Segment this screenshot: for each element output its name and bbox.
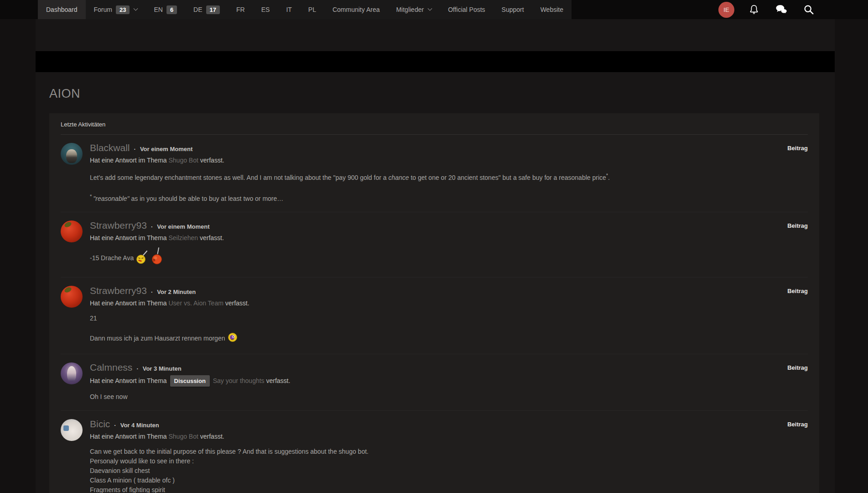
avatar[interactable] bbox=[61, 419, 83, 441]
nav-item-mitglieder[interactable]: Mitglieder bbox=[388, 0, 440, 19]
panel-header: Letzte Aktivitäten bbox=[61, 113, 808, 135]
action-line: Hat eine Antwort im Thema Discussion Say… bbox=[90, 375, 767, 387]
post-snippet: -15 Drache Ava bbox=[90, 248, 767, 268]
activity-item: Strawberry93 · Vor 2 Minuten Hat eine An… bbox=[61, 278, 808, 354]
post-type-link[interactable]: Beitrag bbox=[767, 361, 808, 371]
post-snippet: Oh I see now bbox=[90, 392, 767, 402]
nav-label: Website bbox=[541, 6, 563, 13]
snippet-text: . bbox=[608, 174, 610, 181]
snippet-line: Class A minion ( tradable ofc ) bbox=[90, 476, 767, 485]
timestamp: Vor einem Moment bbox=[140, 143, 192, 155]
action-suffix: verfasst. bbox=[200, 157, 224, 164]
action-prefix: Hat eine Antwort im Thema bbox=[90, 234, 167, 241]
nav-item-it[interactable]: IT bbox=[278, 0, 300, 19]
meta-separator: · bbox=[151, 220, 153, 233]
de-count-badge: 17 bbox=[206, 5, 220, 14]
sword-smiley-emoji bbox=[136, 248, 149, 267]
snippet-text: -15 Drache Ava bbox=[90, 254, 134, 262]
avatar[interactable] bbox=[61, 143, 83, 165]
nav-label: Forum bbox=[94, 6, 112, 13]
search-icon[interactable] bbox=[801, 2, 816, 17]
action-prefix: Hat eine Antwort im Thema bbox=[90, 433, 167, 440]
nav-item-en[interactable]: EN 6 bbox=[146, 0, 185, 19]
meta-separator: · bbox=[134, 143, 136, 155]
username-link[interactable]: Strawberry93 bbox=[90, 219, 147, 231]
post-type-link[interactable]: Beitrag bbox=[767, 418, 808, 428]
post-snippet: 21 Dann muss ich ja zum Hausarzt rennen … bbox=[90, 314, 767, 345]
timestamp: Vor 2 Minuten bbox=[157, 286, 196, 298]
header-banner bbox=[36, 51, 835, 72]
dizzy-smiley-emoji bbox=[228, 332, 238, 345]
page-title: AION bbox=[49, 87, 821, 100]
nav-label: IT bbox=[286, 6, 291, 13]
nav-item-forum[interactable]: Forum 23 bbox=[86, 0, 146, 19]
nav-item-official-posts[interactable]: Official Posts bbox=[440, 0, 493, 19]
nav-label: FR bbox=[236, 6, 245, 13]
snippet-text: Let's add some legendary enchantment sto… bbox=[90, 174, 388, 181]
nav-label: Mitglieder bbox=[396, 6, 424, 13]
nav-item-support[interactable]: Support bbox=[494, 0, 532, 19]
timestamp: Vor 4 Minuten bbox=[120, 419, 159, 431]
avatar[interactable] bbox=[61, 362, 83, 384]
topic-link[interactable]: Shugo Bot bbox=[169, 433, 198, 440]
topic-link[interactable]: Say your thoughts bbox=[213, 377, 265, 384]
chevron-down-icon bbox=[428, 6, 432, 10]
username-link[interactable]: Bicic bbox=[90, 418, 110, 430]
topic-link[interactable]: User vs. Aion Team bbox=[169, 299, 223, 307]
action-prefix: Hat eine Antwort im Thema bbox=[90, 299, 167, 307]
notifications-bell-icon[interactable] bbox=[746, 2, 762, 17]
needle-balloon-smiley-emoji bbox=[151, 247, 164, 267]
username-link[interactable]: Strawberry93 bbox=[90, 284, 147, 297]
en-count-badge: 6 bbox=[166, 5, 177, 14]
nav-label: PL bbox=[308, 6, 316, 13]
user-menu-avatar[interactable]: IE bbox=[718, 2, 734, 18]
topic-prefix-badge[interactable]: Discussion bbox=[170, 375, 210, 387]
nav-item-pl[interactable]: PL bbox=[300, 0, 324, 19]
post-type-link[interactable]: Beitrag bbox=[767, 142, 808, 152]
snippet-line: Can we get back to the initial purpose o… bbox=[90, 447, 767, 456]
conversations-chat-icon[interactable] bbox=[774, 2, 789, 17]
timestamp: Vor einem Moment bbox=[157, 220, 209, 233]
main-menu: Dashboard Forum 23 EN 6 DE 17 FR ES IT P… bbox=[38, 0, 572, 19]
activity-content: Strawberry93 · Vor einem Moment Hat eine… bbox=[90, 219, 767, 268]
chevron-down-icon bbox=[134, 6, 138, 10]
activity-content: Bicic · Vor 4 Minuten Hat eine Antwort i… bbox=[90, 418, 767, 493]
post-snippet: Let's add some legendary enchantment sto… bbox=[90, 171, 767, 203]
nav-user-controls: IE bbox=[718, 0, 816, 19]
meta-separator: · bbox=[114, 419, 116, 431]
topic-link[interactable]: Seilziehen bbox=[169, 234, 198, 241]
post-snippet: Can we get back to the initial purpose o… bbox=[90, 447, 767, 493]
page-container: AION Letzte Aktivitäten Blackwall · Vor … bbox=[36, 19, 835, 493]
snippet-line: Personaly would like to see in there : bbox=[90, 456, 767, 466]
timestamp: Vor 3 Minuten bbox=[143, 362, 182, 375]
nav-item-es[interactable]: ES bbox=[253, 0, 278, 19]
post-type-link[interactable]: Beitrag bbox=[767, 219, 808, 229]
nav-item-community-area[interactable]: Community Area bbox=[324, 0, 388, 19]
nav-label: Dashboard bbox=[46, 6, 78, 13]
topic-link[interactable]: Shugo Bot bbox=[169, 157, 198, 164]
nav-label: Official Posts bbox=[448, 6, 485, 13]
snippet-line: Fragments of fighting spirit bbox=[90, 485, 767, 493]
action-prefix: Hat eine Antwort im Thema bbox=[90, 157, 167, 164]
nav-label: ES bbox=[261, 6, 270, 13]
username-link[interactable]: Calmness bbox=[90, 361, 132, 373]
forum-count-badge: 23 bbox=[116, 5, 130, 14]
action-suffix: verfasst. bbox=[225, 299, 249, 307]
nav-item-dashboard[interactable]: Dashboard bbox=[38, 0, 86, 19]
snippet-text: to get one or 20 ancient stones" but a s… bbox=[409, 174, 606, 181]
post-type-link[interactable]: Beitrag bbox=[767, 284, 808, 294]
avatar[interactable] bbox=[61, 286, 83, 308]
action-line: Hat eine Antwort im Thema Shugo Bot verf… bbox=[90, 156, 767, 165]
username-link[interactable]: Blackwall bbox=[90, 142, 130, 154]
activity-content: Calmness · Vor 3 Minuten Hat eine Antwor… bbox=[90, 361, 767, 402]
nav-item-de[interactable]: DE 17 bbox=[185, 0, 228, 19]
action-line: Hat eine Antwort im Thema Shugo Bot verf… bbox=[90, 432, 767, 441]
avatar[interactable] bbox=[61, 220, 83, 242]
nav-item-website[interactable]: Website bbox=[532, 0, 572, 19]
snippet-text: 21 bbox=[90, 315, 97, 322]
snippet-text: Oh I see now bbox=[90, 393, 128, 400]
nav-item-fr[interactable]: FR bbox=[228, 0, 253, 19]
snippet-text-italic: chance bbox=[388, 174, 409, 181]
action-line: Hat eine Antwort im Thema Seilziehen ver… bbox=[90, 233, 767, 243]
nav-label: Support bbox=[502, 6, 524, 13]
